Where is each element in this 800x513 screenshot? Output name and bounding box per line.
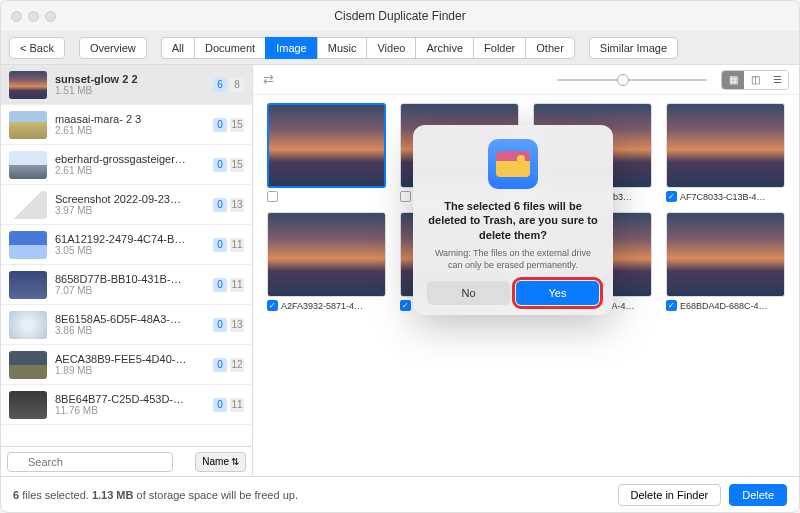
checkbox[interactable]: ✓ [267,300,278,311]
back-button[interactable]: < Back [9,37,65,59]
tile-label: ✓ AF7C8033-C13B-4… [666,191,785,202]
similar-image-button[interactable]: Similar Image [589,37,678,59]
sidebar-searchbar: 🔍 Name⇅ [1,446,252,476]
selected-count: 0 [213,358,227,372]
checkbox[interactable]: ✓ [666,300,677,311]
file-name: maasai-mara- 2 3 [55,113,213,125]
tile-image [666,103,785,188]
selected-count: 0 [213,398,227,412]
thumbnail [9,271,47,299]
row-info: AECA38B9-FEE5-4D40-… 1.89 MB [55,353,213,376]
dialog-yes-button[interactable]: Yes [516,281,599,305]
row-info: sunset-glow 2 2 1.51 MB [55,73,213,96]
list-item[interactable]: 8BE64B77-C25D-453D-… 11.76 MB 0 11 [1,385,252,425]
slider-thumb[interactable] [617,74,629,86]
toolbar: < Back Overview All Document Image Music… [1,31,799,65]
sort-label: Name [202,456,229,467]
tile-image [666,212,785,297]
window: Cisdem Duplicate Finder < Back Overview … [0,0,800,513]
checkbox[interactable] [267,191,278,202]
selected-count: 0 [213,158,227,172]
thumbnail-size-slider[interactable] [557,79,707,81]
status-suffix: of storage space will be freed up. [133,489,297,501]
status-size: 1.13 MB [92,489,134,501]
delete-button[interactable]: Delete [729,484,787,506]
content: sunset-glow 2 2 1.51 MB 6 8 maasai-mara-… [1,65,799,476]
dialog-app-icon [488,139,538,189]
selected-count: 0 [213,278,227,292]
total-count: 15 [230,118,244,132]
file-name: sunset-glow 2 2 [55,73,213,85]
main-toolbar: ⇄ ▦ ◫ ☰ [253,65,799,95]
status-mid: files selected. [19,489,92,501]
window-title: Cisdem Duplicate Finder [1,9,799,23]
row-info: eberhard-grossgasteiger… 2.61 MB [55,153,213,176]
dialog-buttons: No Yes [427,281,599,305]
thumbnail [9,111,47,139]
list-item[interactable]: 61A12192-2479-4C74-B… 3.05 MB 0 11 [1,225,252,265]
total-count: 8 [230,78,244,92]
dialog-title: The selected 6 files will be deleted to … [427,199,599,242]
filter-icon[interactable]: ⇄ [263,72,274,87]
row-info: Screenshot 2022-09-23… 3.97 MB [55,193,213,216]
tab-other[interactable]: Other [525,37,575,59]
row-counts: 0 13 [213,198,244,212]
list-item[interactable]: 8658D77B-BB10-431B-… 7.07 MB 0 11 [1,265,252,305]
confirm-delete-dialog: The selected 6 files will be deleted to … [413,125,613,315]
tile-label: ✓ E68BDA4D-688C-4… [666,300,785,311]
file-size: 7.07 MB [55,285,213,296]
thumbnail [9,391,47,419]
list-item[interactable]: sunset-glow 2 2 1.51 MB 6 8 [1,65,252,105]
thumbnail-tile[interactable]: ✓ E68BDA4D-688C-4… [666,212,785,311]
tile-label [267,191,386,202]
tab-all[interactable]: All [161,37,194,59]
file-size: 1.89 MB [55,365,213,376]
tile-name: A2FA3932-5871-4… [281,301,363,311]
footer: 6 files selected. 1.13 MB of storage spa… [1,476,799,512]
tab-document[interactable]: Document [194,37,265,59]
tab-archive[interactable]: Archive [415,37,473,59]
column-view-icon[interactable]: ◫ [744,71,766,89]
tab-video[interactable]: Video [366,37,415,59]
list-item[interactable]: eberhard-grossgasteiger… 2.61 MB 0 15 [1,145,252,185]
file-name: 8658D77B-BB10-431B-… [55,273,213,285]
row-counts: 0 15 [213,118,244,132]
row-counts: 0 15 [213,158,244,172]
sort-button[interactable]: Name⇅ [195,452,246,472]
view-switch: ▦ ◫ ☰ [721,70,789,90]
dialog-no-button[interactable]: No [427,281,510,305]
file-size: 2.61 MB [55,125,213,136]
row-info: maasai-mara- 2 3 2.61 MB [55,113,213,136]
tile-image [267,103,386,188]
tab-music[interactable]: Music [317,37,367,59]
total-count: 11 [230,278,244,292]
tile-image [267,212,386,297]
list-item[interactable]: 8E6158A5-6D5F-48A3-… 3.86 MB 0 13 [1,305,252,345]
thumbnail-tile[interactable] [267,103,386,202]
file-name: 8E6158A5-6D5F-48A3-… [55,313,213,325]
grid-view-icon[interactable]: ▦ [722,71,744,89]
list-view-icon[interactable]: ☰ [766,71,788,89]
selected-count: 0 [213,198,227,212]
thumbnail-tile[interactable]: ✓ AF7C8033-C13B-4… [666,103,785,202]
overview-button[interactable]: Overview [79,37,147,59]
file-size: 11.76 MB [55,405,213,416]
row-counts: 0 12 [213,358,244,372]
search-input[interactable] [7,452,173,472]
tile-name: E68BDA4D-688C-4… [680,301,768,311]
list-item[interactable]: AECA38B9-FEE5-4D40-… 1.89 MB 0 12 [1,345,252,385]
checkbox[interactable]: ✓ [400,300,411,311]
titlebar: Cisdem Duplicate Finder [1,1,799,31]
checkbox[interactable]: ✓ [666,191,677,202]
list-item[interactable]: maasai-mara- 2 3 2.61 MB 0 15 [1,105,252,145]
delete-in-finder-button[interactable]: Delete in Finder [618,484,722,506]
file-size: 1.51 MB [55,85,213,96]
checkbox[interactable] [400,191,411,202]
row-info: 8E6158A5-6D5F-48A3-… 3.86 MB [55,313,213,336]
thumbnail-tile[interactable]: ✓ A2FA3932-5871-4… [267,212,386,311]
tab-image[interactable]: Image [265,37,317,59]
list-item[interactable]: Screenshot 2022-09-23… 3.97 MB 0 13 [1,185,252,225]
row-info: 8BE64B77-C25D-453D-… 11.76 MB [55,393,213,416]
tab-folder[interactable]: Folder [473,37,525,59]
duplicate-groups-list[interactable]: sunset-glow 2 2 1.51 MB 6 8 maasai-mara-… [1,65,252,446]
